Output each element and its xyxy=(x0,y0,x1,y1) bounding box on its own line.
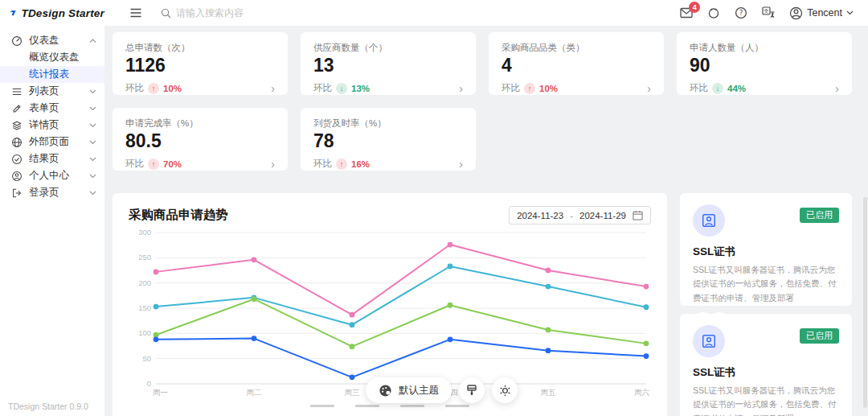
date-range-picker[interactable]: 2024-11-23 - 2024-11-29 xyxy=(509,206,651,224)
svg-text:周三: 周三 xyxy=(345,388,360,397)
stat-card-total-applications: 总申请数（次） 1126 环比 ↑ 10% › xyxy=(113,32,288,95)
palette-icon xyxy=(379,384,392,397)
sidebar-item-dashboard[interactable]: 仪表盘 xyxy=(0,32,104,49)
settings-button[interactable] xyxy=(492,377,518,403)
chevron-down-icon xyxy=(89,191,96,196)
sidebar-item-user-center[interactable]: 个人中心 xyxy=(0,167,104,184)
stat-value: 80.5 xyxy=(125,131,275,151)
chevron-right-icon[interactable]: › xyxy=(271,159,275,170)
form-icon xyxy=(11,103,23,114)
top-navbar: TDesign Starter 4 ? 文 Tencent xyxy=(0,0,868,26)
sidebar-item-label: 个人中心 xyxy=(29,169,69,183)
help-icon[interactable]: ? xyxy=(735,6,747,19)
chevron-down-icon xyxy=(89,89,96,94)
global-search[interactable] xyxy=(161,7,297,19)
svg-text:50: 50 xyxy=(142,354,151,363)
chart-title: 采购商品申请趋势 xyxy=(129,207,228,224)
stat-card-applicant-count: 申请人数量（人） 90 环比 ↓ 44% › xyxy=(677,32,852,95)
mail-icon[interactable]: 4 xyxy=(680,7,693,19)
stat-percent: 16% xyxy=(351,159,370,169)
brush-icon xyxy=(465,384,478,397)
chevron-down-icon xyxy=(89,106,96,111)
sidebar-item-detail-page[interactable]: 详情页 xyxy=(0,117,104,134)
svg-text:250: 250 xyxy=(138,253,151,262)
compare-label: 环比 xyxy=(690,82,708,94)
menu-fold-icon[interactable] xyxy=(127,5,145,21)
translate-icon[interactable]: 文 xyxy=(762,6,775,19)
sidebar-item-form-page[interactable]: 表单页 xyxy=(0,100,104,117)
product-title: SSL证书 xyxy=(693,365,839,380)
detail-icon xyxy=(11,120,23,131)
date-separator: - xyxy=(570,211,573,220)
product-description: SSL证书又叫服务器证书，腾讯云为您提供证书的一站式服务，包括免费、付费证书的申… xyxy=(693,384,839,416)
stat-title: 申请完成率（%） xyxy=(125,117,275,130)
sidebar-item-login-page[interactable]: 登录页 xyxy=(0,184,104,201)
svg-text:?: ? xyxy=(739,9,743,17)
compare-label: 环比 xyxy=(125,158,144,170)
login-icon xyxy=(11,187,23,199)
external-icon xyxy=(11,137,23,148)
sidebar-item-label: 表单页 xyxy=(29,101,59,115)
trend-down-icon: ↓ xyxy=(712,83,723,94)
default-theme-button[interactable]: 默认主题 xyxy=(366,377,452,403)
chevron-right-icon[interactable]: › xyxy=(835,83,839,94)
sidebar-item-list-page[interactable]: 列表页 xyxy=(0,83,104,100)
compare-label: 环比 xyxy=(502,82,520,94)
svg-text:周二: 周二 xyxy=(247,388,262,397)
vertical-scrollbar[interactable] xyxy=(863,197,867,408)
chevron-right-icon[interactable]: › xyxy=(459,159,463,170)
sidebar-item-result-page[interactable]: 结果页 xyxy=(0,150,104,167)
sidebar-subitem-label: 概览仪表盘 xyxy=(29,51,80,64)
dashboard-icon xyxy=(11,35,23,47)
trend-down-icon: ↓ xyxy=(336,83,347,94)
sidebar-subitem-label: 统计报表 xyxy=(29,68,69,81)
user-menu[interactable]: Tencent xyxy=(789,6,854,20)
stat-percent: 10% xyxy=(539,84,558,93)
theme-label: 默认主题 xyxy=(399,384,439,397)
stat-title: 供应商数量（个） xyxy=(313,42,463,54)
chevron-down-icon xyxy=(89,157,96,162)
chevron-down-icon xyxy=(846,10,854,15)
member-card-icon xyxy=(701,212,717,229)
product-description: SSL证书又叫服务器证书，腾讯云为您提供证书的一站式服务，包括免费、付费证书的申… xyxy=(693,263,839,305)
sidebar-item-overview-dashboard[interactable]: 概览仪表盘 xyxy=(0,49,104,66)
logo-mark-icon xyxy=(10,7,16,19)
search-input[interactable] xyxy=(176,7,297,19)
app-logo[interactable]: TDesign Starter xyxy=(0,7,104,19)
chevron-right-icon[interactable]: › xyxy=(647,83,651,94)
stat-value: 4 xyxy=(502,56,651,76)
main-content: 总申请数（次） 1126 环比 ↑ 10% › 供应商数量（个） 13 环比 ↓… xyxy=(104,26,868,416)
chevron-down-icon xyxy=(89,174,96,179)
chevron-down-icon xyxy=(89,140,96,145)
stat-percent: 70% xyxy=(163,159,182,169)
stat-value: 13 xyxy=(313,56,463,76)
notification-badge: 4 xyxy=(689,2,700,13)
stat-card-supplier-count: 供应商数量（个） 13 环比 ↓ 13% › xyxy=(301,32,476,95)
product-card-ssl: 已启用 SSL证书 SSL证书又叫服务器证书，腾讯云为您提供证书的一站式服务，包… xyxy=(680,193,852,306)
status-badge: 已启用 xyxy=(800,328,839,344)
member-card-icon xyxy=(701,333,717,349)
github-icon[interactable] xyxy=(707,6,720,19)
sidebar-item-label: 登录页 xyxy=(29,186,59,200)
stat-title: 申请人数量（人） xyxy=(690,42,839,54)
stat-percent: 10% xyxy=(163,84,182,93)
chevron-right-icon[interactable]: › xyxy=(459,83,463,94)
stats-grid: 总申请数（次） 1126 环比 ↑ 10% › 供应商数量（个） 13 环比 ↓… xyxy=(113,32,852,171)
stat-value: 1126 xyxy=(125,56,275,76)
svg-text:300: 300 xyxy=(138,228,151,237)
stat-card-ontime-rate: 到货及时率（%） 78 环比 ↑ 16% › xyxy=(301,108,476,171)
sidebar-item-external-page[interactable]: 外部页面 xyxy=(0,134,104,150)
chevron-right-icon[interactable]: › xyxy=(271,83,275,94)
theme-toolbar: 默认主题 xyxy=(366,377,518,403)
svg-text:200: 200 xyxy=(138,278,151,287)
sidebar-item-statistics-report[interactable]: 统计报表 xyxy=(0,66,104,83)
status-badge: 已启用 xyxy=(800,208,839,223)
line-chart[interactable]: 050100150200250300周一周二周三周四周五周六 xyxy=(129,224,651,400)
list-icon xyxy=(11,86,23,97)
brush-button[interactable] xyxy=(459,377,485,403)
app-version: TDesign Starter 0.9.0 xyxy=(8,402,88,411)
trend-up-icon: ↑ xyxy=(336,159,347,170)
product-title: SSL证书 xyxy=(693,245,839,259)
calendar-icon xyxy=(633,210,643,220)
date-end: 2024-11-29 xyxy=(579,211,626,220)
